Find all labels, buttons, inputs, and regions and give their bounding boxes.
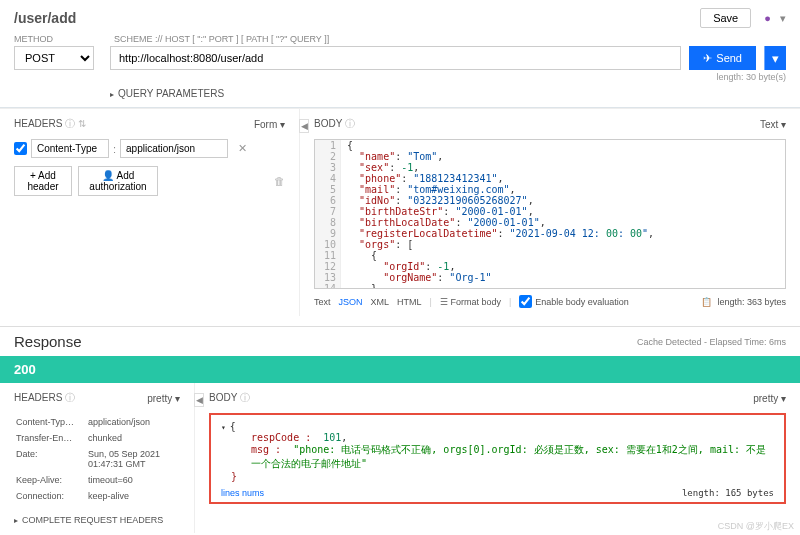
add-header-button[interactable]: + Add header bbox=[14, 166, 72, 196]
response-title: Response bbox=[14, 333, 82, 350]
response-body-label: BODY bbox=[209, 392, 237, 403]
response-headers-table: Content-Typ…application/jsonTransfer-En…… bbox=[14, 413, 180, 505]
header-enable-checkbox[interactable] bbox=[14, 142, 27, 155]
response-headers-view-dropdown[interactable]: pretty ▾ bbox=[147, 393, 180, 404]
caret-down-icon[interactable]: ▾ bbox=[780, 12, 786, 24]
body-mode-text[interactable]: Text bbox=[314, 297, 331, 307]
headers-label: HEADERS bbox=[14, 118, 62, 129]
scheme-label: SCHEME :// HOST [ ":" PORT ] [ PATH [ "?… bbox=[114, 34, 329, 44]
response-headers-label: HEADERS bbox=[14, 392, 62, 403]
send-dropdown-button[interactable]: ▾ bbox=[764, 46, 786, 70]
body-view-dropdown[interactable]: Text ▾ bbox=[760, 119, 786, 130]
lines-nums-button[interactable]: lines nums bbox=[221, 488, 264, 498]
json-collapse-icon[interactable] bbox=[221, 421, 230, 432]
help-icon[interactable]: ⓘ bbox=[240, 392, 250, 403]
colon: : bbox=[113, 143, 116, 155]
response-body-length: length: 165 bytes bbox=[682, 488, 774, 498]
format-body-button[interactable]: ☰ Format body bbox=[440, 297, 501, 307]
help-icon[interactable]: ⓘ bbox=[65, 118, 75, 129]
watermark: CSDN @罗小爬EX bbox=[718, 520, 794, 533]
help-icon[interactable]: ⓘ bbox=[65, 392, 75, 403]
body-mode-html[interactable]: HTML bbox=[397, 297, 422, 307]
body-mode-xml[interactable]: XML bbox=[371, 297, 390, 307]
request-body-editor[interactable]: 1{2 "name": "Tom",3 "sex": -1,4 "phone":… bbox=[314, 139, 786, 289]
body-length: length: 363 bytes bbox=[717, 297, 786, 307]
complete-request-headers-toggle[interactable]: COMPLETE REQUEST HEADERS bbox=[14, 515, 180, 525]
page-title: /user/add bbox=[14, 10, 76, 26]
url-length: length: 30 byte(s) bbox=[14, 70, 786, 82]
method-label: METHOD bbox=[14, 34, 104, 44]
collapse-left-icon[interactable]: ◀ bbox=[299, 119, 309, 133]
save-button[interactable]: Save bbox=[700, 8, 751, 28]
body-mode-json[interactable]: JSON bbox=[339, 297, 363, 307]
header-row: : ✕ bbox=[14, 139, 285, 158]
url-input[interactable] bbox=[110, 46, 681, 70]
add-authorization-button[interactable]: 👤Add authorization bbox=[78, 166, 158, 196]
sort-icon[interactable]: ⇅ bbox=[78, 118, 86, 129]
header-value-input[interactable] bbox=[120, 139, 228, 158]
body-label: BODY bbox=[314, 118, 342, 129]
response-meta: Cache Detected - Elapsed Time: 6ms bbox=[637, 337, 786, 347]
headers-view-dropdown[interactable]: Form ▾ bbox=[254, 119, 285, 130]
collapse-left-icon[interactable]: ◀ bbox=[194, 393, 204, 407]
copy-icon[interactable]: 📋 bbox=[701, 297, 712, 307]
send-button[interactable]: ✈Send bbox=[689, 46, 756, 70]
enable-body-eval-checkbox[interactable] bbox=[519, 295, 532, 308]
help-icon[interactable]: ⓘ bbox=[345, 118, 355, 129]
enable-body-eval-label: Enable body evaluation bbox=[535, 297, 629, 307]
method-select[interactable]: POST bbox=[14, 46, 94, 70]
remove-header-icon[interactable]: ✕ bbox=[238, 142, 247, 155]
trash-icon[interactable]: 🗑 bbox=[274, 175, 285, 187]
response-body-view-dropdown[interactable]: pretty ▾ bbox=[753, 393, 786, 404]
menu-dot-icon[interactable]: ● bbox=[764, 12, 771, 24]
status-code: 200 bbox=[0, 356, 800, 383]
response-body-viewer: { respCode : 101, msg : "phone: 电话号码格式不正… bbox=[209, 413, 786, 504]
query-parameters-toggle[interactable]: QUERY PARAMETERS bbox=[110, 88, 786, 99]
header-name-input[interactable] bbox=[31, 139, 109, 158]
